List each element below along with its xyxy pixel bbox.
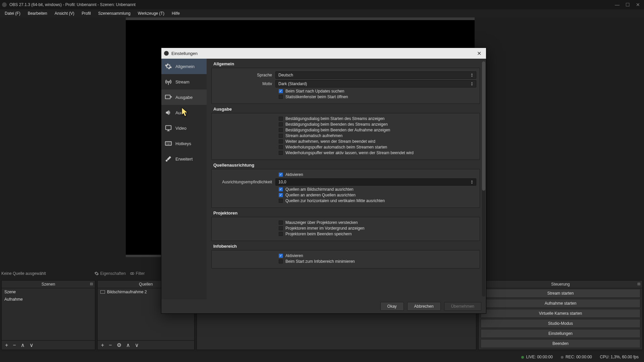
settings-scrollbar[interactable] [482, 61, 485, 297]
section-snap: Aktivieren Ausrichtungsempfindlichkeit 1… [211, 169, 480, 208]
scene-down-button[interactable]: ∨ [30, 342, 34, 348]
output-check-row: Wiederholungspuffer weiter aktiv lassen,… [279, 150, 476, 155]
general-checkbox[interactable] [279, 95, 283, 99]
nav-stream[interactable]: Stream [161, 74, 207, 89]
apply-button[interactable]: Übernehmen [444, 302, 481, 311]
output-checkbox[interactable] [279, 117, 283, 121]
start-virtual-cam-button[interactable]: Virtuelle Kamera starten [481, 309, 640, 318]
remove-scene-button[interactable]: − [13, 342, 16, 348]
antenna-icon [165, 78, 172, 85]
snap-check-row: Quellen am Bildschirmrand ausrichten [279, 187, 476, 192]
output-check-row: Bestätigungsdialog beim Beenden des Stre… [279, 122, 476, 127]
live-indicator-icon [521, 356, 524, 359]
nav-hotkeys[interactable]: Hotkeys [161, 136, 207, 151]
output-check-row: Bestätigungsdialog beim Beenden der Aufn… [279, 128, 476, 132]
output-checkbox[interactable] [279, 134, 283, 138]
exit-button[interactable]: Beenden [481, 339, 640, 348]
section-tray: AktivierenBeim Start zum Infobereich min… [211, 250, 480, 268]
scenes-dock: Szenen▤ Szene Aufnahme + − ∧ ∨ [1, 280, 95, 350]
output-checkbox[interactable] [279, 139, 283, 143]
tray-checkbox[interactable] [279, 259, 283, 263]
spinner-icon[interactable]: ▲▼ [469, 179, 475, 185]
filter-button[interactable]: Filter [130, 271, 145, 276]
settings-nav: Allgemein Stream Ausgabe Audio Video Hot… [161, 59, 207, 299]
projector-checkbox[interactable] [279, 232, 283, 236]
start-recording-button[interactable]: Aufnahme starten [481, 299, 640, 308]
snap-sensitivity-label: Ausrichtungsempfindlichkeit [215, 180, 275, 184]
output-checkbox[interactable] [279, 122, 283, 126]
start-stream-button[interactable]: Stream starten [481, 289, 640, 298]
maximize-button[interactable]: ☐ [626, 2, 630, 7]
output-checkbox-label: Weiter aufnehmen, wenn der Stream beende… [285, 139, 375, 144]
dialog-title: Einstellungen [171, 51, 475, 56]
scene-up-button[interactable]: ∧ [21, 342, 25, 348]
window-titlebar: OBS 27.1.3 (64-bit, windows) - Profil: U… [0, 0, 644, 9]
scenes-title: Szenen [42, 282, 55, 287]
projector-checkbox[interactable] [279, 221, 283, 225]
output-checkbox[interactable] [279, 151, 283, 155]
snap-checkbox-label: Quellen zur horizontalen und vertikalen … [285, 198, 385, 203]
menu-edit[interactable]: Bearbeiten [24, 10, 51, 17]
snap-checkbox[interactable] [279, 187, 283, 191]
snap-checkbox[interactable] [279, 199, 283, 203]
svg-rect-3 [166, 126, 171, 130]
nav-audio[interactable]: Audio [161, 105, 207, 120]
source-down-button[interactable]: ∨ [135, 342, 139, 348]
snap-checkbox[interactable] [279, 193, 283, 197]
nav-advanced[interactable]: Erweitert [161, 151, 207, 167]
cpu-status: CPU: 1,3%, 60.00 fps [600, 355, 639, 359]
general-checkbox[interactable] [279, 89, 283, 93]
nav-output[interactable]: Ausgabe [161, 89, 207, 105]
remove-source-button[interactable]: − [109, 342, 112, 348]
output-checkbox-label: Bestätigungsdialog beim Beenden der Aufn… [285, 128, 390, 132]
controls-title: Steuerung [551, 282, 570, 287]
scene-item[interactable]: Aufnahme [2, 296, 95, 303]
section-projectors: Mauszeiger über Projektoren versteckenPr… [211, 217, 480, 241]
menu-file[interactable]: Datei (F) [1, 10, 24, 17]
snap-checkbox-label: Quellen am Bildschirmrand ausrichten [285, 187, 354, 192]
scene-item[interactable]: Szene [2, 288, 95, 296]
chevron-updown-icon: ▲▼ [469, 80, 475, 87]
status-bar: LIVE: 00:00:00 REC: 00:00:00 CPU: 1,3%, … [0, 352, 644, 362]
source-settings-button[interactable]: ⚙ [117, 342, 121, 348]
speaker-icon [165, 109, 172, 116]
menu-scene-collection[interactable]: Szenensammlung [95, 10, 134, 17]
source-up-button[interactable]: ∧ [126, 342, 130, 348]
output-checkbox[interactable] [279, 145, 283, 149]
ok-button[interactable]: Okay [380, 302, 404, 311]
menu-profile[interactable]: Profil [78, 10, 94, 17]
projector-check-row: Mauszeiger über Projektoren verstecken [279, 220, 476, 225]
add-source-button[interactable]: + [101, 342, 104, 348]
tray-checkbox[interactable] [279, 254, 283, 258]
output-check-row: Weiter aufnehmen, wenn der Stream beende… [279, 139, 476, 144]
dialog-close-button[interactable]: ✕ [475, 50, 483, 57]
studio-mode-button[interactable]: Studio-Modus [481, 319, 640, 328]
theme-select[interactable]: Dark (Standard)▲▼ [275, 80, 476, 87]
dock-pin-icon[interactable]: ▤ [637, 282, 640, 286]
rec-indicator-icon [561, 356, 564, 359]
section-general: Sprache Deutsch▲▼ Motiv Dark (Standard)▲… [211, 68, 480, 104]
menu-tools[interactable]: Werkzeuge (T) [135, 10, 168, 17]
snap-sensitivity-input[interactable]: 10,0▲▼ [275, 178, 476, 186]
dock-pin-icon[interactable]: ▤ [90, 282, 93, 286]
snap-enable-checkbox[interactable] [279, 173, 283, 177]
scrollbar-thumb[interactable] [482, 61, 485, 191]
add-scene-button[interactable]: + [5, 342, 8, 348]
live-status: LIVE: 00:00:00 [526, 355, 552, 359]
close-button[interactable]: ✕ [636, 2, 640, 7]
sources-title: Quellen [139, 282, 153, 287]
tray-checkbox-label: Aktivieren [285, 253, 303, 258]
projector-checkbox[interactable] [279, 226, 283, 230]
output-checkbox[interactable] [279, 128, 283, 132]
nav-video[interactable]: Video [161, 120, 207, 136]
cancel-button[interactable]: Abbrechen [407, 302, 441, 311]
dialog-icon [164, 51, 169, 56]
properties-button[interactable]: Eigenschaften [94, 271, 126, 276]
nav-general[interactable]: Allgemein [161, 59, 207, 74]
language-select[interactable]: Deutsch▲▼ [275, 71, 476, 79]
menu-help[interactable]: Hilfe [168, 10, 183, 17]
output-checkbox-label: Wiederholungspuffer automatisch beim Str… [285, 145, 387, 149]
menu-view[interactable]: Ansicht (V) [51, 10, 78, 17]
settings-button[interactable]: Einstellungen [481, 329, 640, 338]
minimize-button[interactable]: — [615, 2, 620, 7]
